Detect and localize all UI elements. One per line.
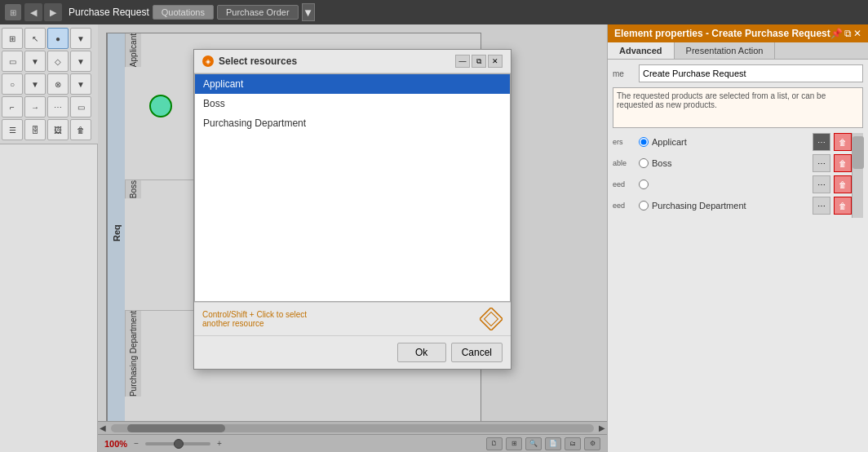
resources-scroll-area: ers Applicart ⋯ 🗑 able Boss ⋯ 🗑: [613, 133, 863, 218]
resource-type-1: ers: [613, 138, 636, 146]
dialog-maximize-btn[interactable]: ⧉: [472, 55, 486, 68]
name-field-input[interactable]: [639, 64, 863, 82]
name-field-label: me: [613, 69, 636, 78]
delete-tool[interactable]: 🗑: [70, 119, 91, 140]
svg-rect-0: [480, 308, 503, 330]
annotation-tool[interactable]: 🖼: [47, 119, 69, 140]
properties-title-text: Element properties - Create Purchase Req…: [614, 28, 830, 39]
resource-row-purchasing: eed Purchasing Department ⋯ 🗑: [613, 197, 852, 215]
canvas-area: Req Applicant CreateR... Boss Au...R...: [98, 24, 607, 452]
select-tool[interactable]: ⊞: [2, 28, 23, 49]
intermediate-event-tool[interactable]: ○: [2, 73, 23, 95]
resource-name-purchasing: Purchasing Department: [652, 201, 809, 210]
dialog-actions: Ok Cancel: [194, 335, 511, 369]
resource-row-applicant: ers Applicart ⋯ 🗑: [613, 133, 852, 151]
task-tool[interactable]: ▭: [2, 51, 23, 72]
panel-close-btn[interactable]: ✕: [853, 28, 861, 39]
pointer-tool[interactable]: ↖: [24, 28, 46, 49]
properties-tabs: Advanced Presentation Action: [608, 42, 868, 60]
int-event-dropdown[interactable]: ▼: [24, 73, 46, 95]
dialog-ok-button[interactable]: Ok: [397, 343, 446, 362]
dialog-titlebar: ◈ Select resources — ⧉ ✕: [194, 50, 511, 73]
resource-row-boss: able Boss ⋯ 🗑: [613, 154, 852, 172]
svg-rect-1: [485, 312, 498, 326]
main-layout: ⊞ ↖ ● ▼ ▭ ▼ ◇ ▼ ○ ▼ ⊗ ▼ ⌐ → ⋯ ▭ ☰ 🗄 🖼 🗑 …: [0, 24, 868, 452]
select-resources-dialog: ◈ Select resources — ⧉ ✕ Applicant Boss …: [193, 49, 512, 370]
connection-tool[interactable]: ⌐: [2, 96, 23, 117]
dialog-controls: — ⧉ ✕: [455, 55, 503, 68]
resource-item-boss[interactable]: Boss: [195, 94, 510, 113]
start-event-tool[interactable]: ●: [47, 28, 69, 49]
resource-name-applicant: Applicart: [652, 137, 809, 147]
hint-line1: Control/Shift + Click to select: [202, 310, 307, 319]
properties-panel-title: Element properties - Create Purchase Req…: [608, 24, 868, 42]
resource-delete-btn-3[interactable]: 🗑: [834, 175, 852, 193]
dialog-footer-icon: [480, 308, 503, 330]
resource-edit-btn-2[interactable]: ⋯: [813, 154, 830, 172]
panel-pin-btn[interactable]: 📌: [830, 28, 843, 39]
dialog-title: Select resources: [219, 55, 450, 67]
tab-purchase-order[interactable]: Purchase Order: [217, 5, 299, 20]
message-flow-tool[interactable]: ⋯: [47, 96, 69, 117]
top-bar: ⊞ ◀ ▶ Purchase Request Quotations Purcha…: [0, 0, 868, 24]
right-panel: Element properties - Create Purchase Req…: [607, 24, 868, 452]
resource-type-3: eed: [613, 180, 636, 188]
gateway-dropdown[interactable]: ▼: [70, 51, 91, 72]
resource-name-boss: Boss: [652, 158, 809, 168]
resource-row-empty: eed ⋯ 🗑: [613, 175, 852, 193]
resource-item-purchasing[interactable]: Purchasing Department: [195, 113, 510, 133]
dialog-footer: Control/Shift + Click to select another …: [194, 302, 511, 335]
end-event-dropdown[interactable]: ▼: [70, 73, 91, 95]
modal-overlay: ◈ Select resources — ⧉ ✕ Applicant Boss …: [98, 24, 607, 452]
resource-radio-3[interactable]: [639, 179, 649, 189]
resource-item-applicant[interactable]: Applicant: [195, 74, 510, 94]
resource-radio-4[interactable]: [639, 201, 649, 210]
tab-quotations[interactable]: Quotations: [153, 5, 214, 20]
forward-button[interactable]: ▶: [44, 3, 62, 21]
start-event-dropdown[interactable]: ▼: [70, 28, 91, 49]
vertical-scrollbar[interactable]: [852, 133, 863, 218]
breadcrumb-title: Purchase Request: [69, 7, 149, 18]
scrollbar-thumb-v: [852, 136, 864, 169]
resource-delete-btn-4[interactable]: 🗑: [834, 197, 852, 215]
tab-presentation-action[interactable]: Presentation Action: [675, 42, 776, 59]
resource-type-2: able: [613, 159, 636, 167]
nav-buttons: ◀ ▶: [24, 3, 62, 21]
resource-list: Applicant Boss Purchasing Department: [194, 73, 511, 302]
data-object-tool[interactable]: ☰: [2, 119, 23, 140]
resource-radio-2[interactable]: [639, 158, 649, 168]
resources-list: ers Applicart ⋯ 🗑 able Boss ⋯ 🗑: [613, 133, 852, 218]
data-store-tool[interactable]: 🗄: [24, 119, 46, 140]
task-dropdown[interactable]: ▼: [24, 51, 46, 72]
dialog-close-btn[interactable]: ✕: [488, 55, 503, 68]
tabs-dropdown[interactable]: ▼: [302, 3, 315, 21]
resource-edit-btn-4[interactable]: ⋯: [813, 197, 830, 215]
back-button[interactable]: ◀: [24, 3, 42, 21]
resource-type-4: eed: [613, 202, 636, 210]
end-event-tool[interactable]: ⊗: [47, 73, 69, 95]
hint-line2: another resource: [202, 319, 307, 328]
resource-edit-btn-1[interactable]: ⋯: [813, 133, 830, 151]
description-box: The requested products are selected from…: [613, 87, 863, 128]
hint-text: Control/Shift + Click to select another …: [202, 310, 307, 328]
name-field-row: me: [613, 64, 863, 82]
panel-title-buttons: 📌 ⧉ ✕: [830, 28, 861, 39]
resource-delete-btn-1[interactable]: 🗑: [834, 133, 852, 151]
resource-delete-btn-2[interactable]: 🗑: [834, 154, 852, 172]
dialog-cancel-button[interactable]: Cancel: [451, 343, 503, 362]
dialog-icon: ◈: [202, 55, 214, 67]
subprocess-tool[interactable]: ▭: [70, 96, 91, 117]
panel-maximize-btn[interactable]: ⧉: [844, 28, 852, 39]
gateway-tool[interactable]: ◇: [47, 51, 69, 72]
resource-radio-1[interactable]: [639, 137, 649, 147]
app-icon: ⊞: [5, 4, 21, 20]
properties-content: me The requested products are selected f…: [608, 60, 868, 452]
sequence-flow-tool[interactable]: →: [24, 96, 46, 117]
dialog-minimize-btn[interactable]: —: [455, 55, 470, 68]
tool-palette: ⊞ ↖ ● ▼ ▭ ▼ ◇ ▼ ○ ▼ ⊗ ▼ ⌐ → ⋯ ▭ ☰ 🗄 🖼 🗑: [0, 24, 98, 144]
resource-edit-btn-3[interactable]: ⋯: [813, 175, 830, 193]
left-toolbar: ⊞ ↖ ● ▼ ▭ ▼ ◇ ▼ ○ ▼ ⊗ ▼ ⌐ → ⋯ ▭ ☰ 🗄 🖼 🗑: [0, 24, 98, 452]
tab-advanced[interactable]: Advanced: [608, 42, 675, 59]
